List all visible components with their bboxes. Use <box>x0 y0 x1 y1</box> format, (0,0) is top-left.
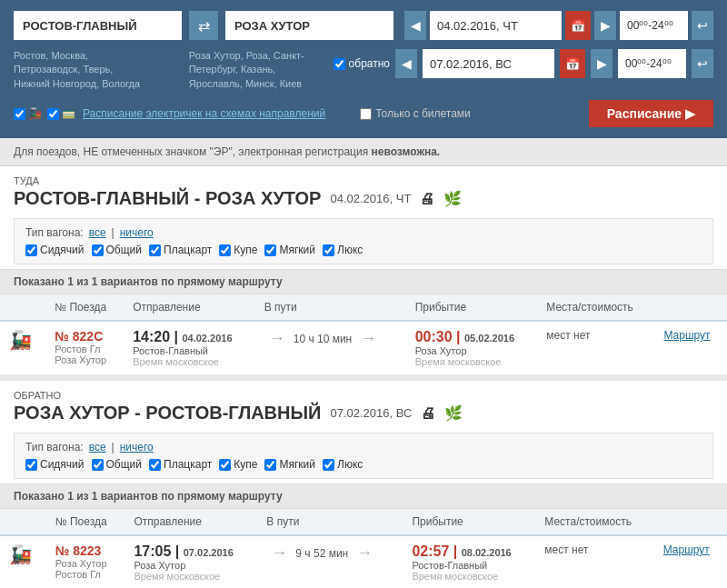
date2-calendar-button[interactable]: 📅 <box>560 49 585 78</box>
tickets-only-check: Только с билетами <box>360 107 471 120</box>
arrive-station: Роза Хутор <box>415 345 529 356</box>
search-button[interactable]: Расписание ▶ <box>589 100 713 127</box>
route-link[interactable]: Маршрут <box>663 329 710 342</box>
section2-direction: ОБРАТНО <box>14 390 713 401</box>
col2-number: № Поезда <box>46 509 125 535</box>
section1-title: РОСТОВ-ГЛАВНЫЙ - РОЗА ХУТОР 04.02.2016, … <box>14 188 713 209</box>
col2-arrive: Прибытие <box>403 509 535 535</box>
depart2-station: Роза Хутор <box>134 560 248 571</box>
info-text: Для поездов, НЕ отмеченных значком "ЭР",… <box>14 145 372 158</box>
arrive2-time: 02:57 | 08.02.2016 <box>412 543 526 560</box>
section2-title: РОЗА ХУТОР - РОСТОВ-ГЛАВНЫЙ 07.02.2016, … <box>14 403 713 424</box>
depart2-time: 17:05 | 07.02.2016 <box>134 543 248 560</box>
tickets-only-checkbox[interactable] <box>360 108 372 120</box>
date2-prev-button[interactable]: ◀ <box>395 49 417 78</box>
wagon-type-row2: Тип вагона: все | ничего <box>25 441 702 453</box>
wagon-nothing-link[interactable]: ничего <box>120 226 154 239</box>
date1-prev-button[interactable]: ◀ <box>404 11 426 40</box>
return-date-group: обратно ◀ 📅 ▶ ↩ <box>334 49 713 78</box>
wagon2-check-kupe[interactable]: Купе <box>219 458 257 471</box>
time1-input[interactable] <box>620 11 688 40</box>
station-from-input[interactable] <box>14 11 182 40</box>
station-to-input[interactable] <box>225 11 393 40</box>
arrive2-tz: Время московское <box>412 571 526 582</box>
seats2-text: мест нет <box>544 543 588 556</box>
seats-text: мест нет <box>546 329 590 342</box>
col-route <box>654 294 727 321</box>
arrow1-icon: → <box>264 329 290 348</box>
date1-calendar-button[interactable]: 📅 <box>565 11 591 40</box>
wagon-nothing-link2[interactable]: ничего <box>120 441 154 453</box>
section1-title-text: РОСТОВ-ГЛАВНЫЙ - РОЗА ХУТОР <box>14 188 321 209</box>
col-arrive: Прибытие <box>406 294 538 321</box>
wagon-all-link2[interactable]: все <box>89 441 106 453</box>
time1-next-button[interactable]: ↩ <box>692 11 713 40</box>
date2-input[interactable] <box>423 49 554 78</box>
section1-results-count: Показано 1 из 1 вариантов по прямому мар… <box>0 269 727 294</box>
eletrain-icon-img: 🚃 <box>62 107 75 120</box>
travel-time: 10 ч 10 мин <box>294 333 353 345</box>
table-header-row: № Поезда Отправление В пути Прибытие Мес… <box>0 294 727 321</box>
arrow3-icon: → <box>266 543 292 563</box>
train-route-small: Ростов Гл Роза Хутор <box>55 344 115 365</box>
wagon-check-kupe[interactable]: Купе <box>219 244 257 256</box>
section1-date: 04.02.2016, ЧТ <box>330 192 411 205</box>
hints-row: Ростов, Москва, Петрозаводск, Тверь, Ниж… <box>14 49 713 91</box>
time2-input[interactable] <box>618 49 686 78</box>
route2-cell: Маршрут <box>654 535 727 588</box>
section1-train-table: № Поезда Отправление В пути Прибытие Мес… <box>0 294 727 375</box>
date1-next-button[interactable]: ▶ <box>594 11 616 40</box>
train2-number-cell: № 8223 Роза Хутор Ростов Гл <box>46 535 125 588</box>
col-travel: В пути <box>255 294 406 321</box>
return-checkbox-label[interactable]: обратно <box>334 57 390 70</box>
wagon-check-sidyachy[interactable]: Сидячий <box>25 244 85 256</box>
arrow2-icon: → <box>355 329 381 348</box>
wagon2-check-lyuks[interactable]: Люкс <box>323 458 363 471</box>
table2-row: 🚂 № 8223 Роза Хутор Ростов Гл 17:05 | 07… <box>0 535 727 588</box>
wagon-check-obshchy[interactable]: Общий <box>92 244 143 256</box>
schedule-link[interactable]: Расписание электричек на схемах направле… <box>83 107 325 120</box>
return-label: обратно <box>349 57 390 70</box>
wagon-check-lyuks[interactable]: Люкс <box>323 244 363 256</box>
wagon2-check-platzkart[interactable]: Плацкарт <box>149 458 212 471</box>
wagon2-check-myagky[interactable]: Мягкий <box>264 458 315 471</box>
table-row: 🚂 № 822С Ростов Гл Роза Хутор 14:20 | 04… <box>0 321 727 375</box>
section1-header: ТУДА РОСТОВ-ГЛАВНЫЙ - РОЗА ХУТОР 04.02.2… <box>0 166 727 214</box>
wagon-check-myagky[interactable]: Мягкий <box>264 244 315 256</box>
from-hints: Ростов, Москва, Петрозаводск, Тверь, Ниж… <box>14 49 151 91</box>
date2-next-button[interactable]: ▶ <box>591 49 612 78</box>
train-checkbox[interactable] <box>14 108 25 120</box>
section2-title-text: РОЗА ХУТОР - РОСТОВ-ГЛАВНЫЙ <box>14 403 321 424</box>
wagon-all-link[interactable]: все <box>89 226 106 239</box>
return-checkbox[interactable] <box>334 58 345 70</box>
route2-link[interactable]: Маршрут <box>663 543 710 556</box>
transport-icons: 🚂 🚃 <box>14 107 75 120</box>
train-number[interactable]: № 822С <box>55 329 115 344</box>
time2-next-button[interactable]: ↩ <box>692 49 713 78</box>
col2-seats: Места/стоимость <box>535 509 653 535</box>
eletrain-checkbox[interactable] <box>47 108 59 120</box>
to-hints: Роза Хутор, Роза, Санкт-Петербург, Казан… <box>189 49 326 91</box>
date1-input[interactable] <box>430 11 562 40</box>
depart-tz: Время московское <box>133 356 246 367</box>
train2-arrive-cell: 02:57 | 08.02.2016 Ростов-Главный Время … <box>403 535 535 588</box>
depart-time: 14:20 | 04.02.2016 <box>133 329 246 345</box>
arrive2-station: Ростов-Главный <box>412 560 526 571</box>
section1-direction: ТУДА <box>14 175 713 186</box>
section2-results-count: Показано 1 из 1 вариантов по прямому мар… <box>0 483 727 509</box>
train-depart-cell: 14:20 | 04.02.2016 Ростов-Главный Время … <box>124 321 255 375</box>
wagon-type-label: Тип вагона: <box>25 226 84 239</box>
wagon-check-platzkart[interactable]: Плацкарт <box>149 244 212 256</box>
eletrain-check: 🚃 <box>47 107 75 120</box>
train2-number[interactable]: № 8223 <box>55 543 116 558</box>
info-strong: невозможна. <box>372 145 441 158</box>
train2-route-small: Роза Хутор Ростов Гл <box>55 558 116 580</box>
print2-icon[interactable]: 🖨 <box>421 405 435 422</box>
print-icon[interactable]: 🖨 <box>420 191 434 207</box>
swap-stations-button[interactable]: ⇄ <box>189 11 218 40</box>
train-icon-img: 🚂 <box>28 107 42 120</box>
wagon2-check-sidyachy[interactable]: Сидячий <box>25 458 85 471</box>
seats2-cell: мест нет <box>535 535 653 588</box>
search-row: ⇄ ◀ 📅 ▶ ↩ <box>14 11 713 40</box>
wagon2-check-obshchy[interactable]: Общий <box>92 458 143 471</box>
